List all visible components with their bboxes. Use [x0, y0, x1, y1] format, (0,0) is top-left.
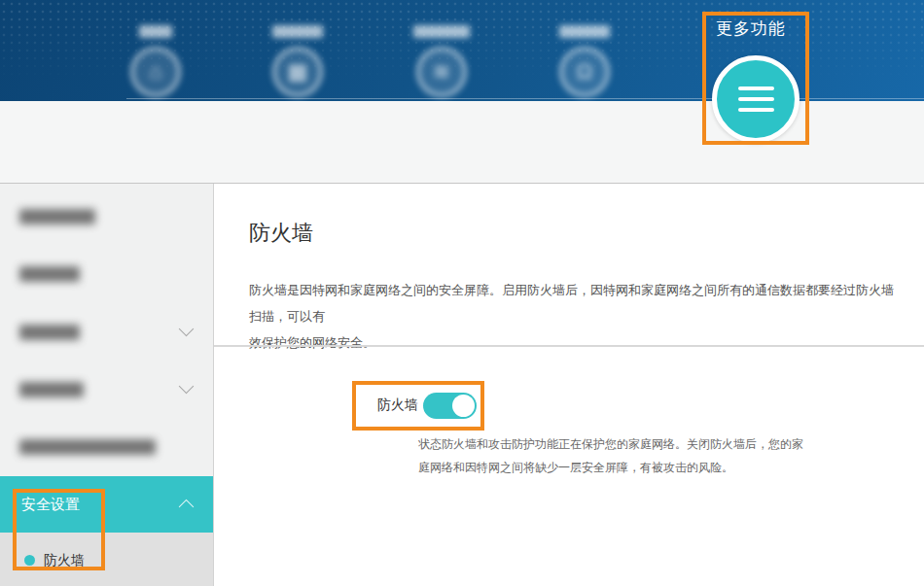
nav-label-blurred [559, 25, 610, 38]
sidebar-item-blurred-2[interactable] [0, 258, 213, 291]
nav-item-diagnose[interactable]: Ω [538, 25, 631, 97]
nav-label-blurred [272, 25, 323, 38]
nav-label-blurred [413, 25, 470, 38]
page-title: 防火墙 [249, 219, 313, 248]
more-features-button[interactable] [712, 55, 800, 143]
bullet-dot-icon [24, 555, 35, 566]
sidebar-item-security-settings[interactable]: 安全设置 [0, 476, 213, 533]
firewall-help-text: 状态防火墙和攻击防护功能正在保护您的家庭网络。关闭防火墙后，您的家 庭网络和因特… [418, 432, 803, 479]
diagnose-icon: Ω [559, 47, 610, 97]
sidebar-item-blurred-4[interactable] [0, 373, 213, 406]
hamburger-menu-icon [738, 86, 774, 90]
sidebar-item-blurred-1[interactable] [0, 200, 213, 233]
toggle-knob [452, 395, 475, 417]
nav-item-home[interactable]: ⌂ [109, 25, 202, 97]
content-row: 安全设置 防火墙 防火墙 防火墙是因特网和家庭网络之间的安全屏障。启用防火墙后，… [0, 183, 924, 586]
chevron-down-icon [179, 379, 195, 395]
help-line: 状态防火墙和攻击防护功能正在保护您的家庭网络。关闭防火墙后，您的家 [418, 432, 803, 456]
device-icon: ▦ [272, 47, 323, 97]
help-line: 庭网络和因特网之间将缺少一层安全屏障，有被攻击的风险。 [418, 456, 803, 479]
header-divider-line [126, 98, 924, 99]
firewall-toggle-label: 防火墙 [377, 396, 418, 414]
firewall-description: 防火墙是因特网和家庭网络之间的安全屏障。启用防火墙后，因特网和家庭网络之间所有的… [249, 277, 901, 356]
router-settings-page: ⌂ ▦ ≋ Ω 更多功能 [0, 0, 924, 586]
wifi-icon: ≋ [416, 47, 467, 97]
sidebar-item-firewall[interactable]: 防火墙 [0, 533, 213, 586]
firewall-toggle-switch[interactable] [423, 393, 477, 419]
sidebar-item-blurred-5[interactable] [0, 431, 213, 464]
chevron-down-icon [179, 322, 195, 337]
sidebar-item-blurred-3[interactable] [0, 316, 213, 349]
nav-item-device[interactable]: ▦ [251, 25, 344, 97]
sidebar: 安全设置 防火墙 [0, 184, 214, 586]
section-divider [214, 345, 924, 347]
home-icon: ⌂ [130, 47, 181, 97]
chevron-up-icon [179, 500, 195, 515]
nav-item-wifi[interactable]: ≋ [395, 25, 488, 97]
description-line: 防火墙是因特网和家庭网络之间的安全屏障。启用防火墙后，因特网和家庭网络之间所有的… [249, 277, 901, 329]
description-line: 效保护您的网络安全。 [249, 329, 901, 356]
main-panel: 防火墙 防火墙是因特网和家庭网络之间的安全屏障。启用防火墙后，因特网和家庭网络之… [214, 184, 924, 586]
firewall-submenu-label: 防火墙 [44, 533, 85, 586]
more-features-label: 更多功能 [716, 17, 786, 40]
security-settings-label: 安全设置 [21, 496, 80, 512]
nav-label-blurred [139, 25, 172, 38]
